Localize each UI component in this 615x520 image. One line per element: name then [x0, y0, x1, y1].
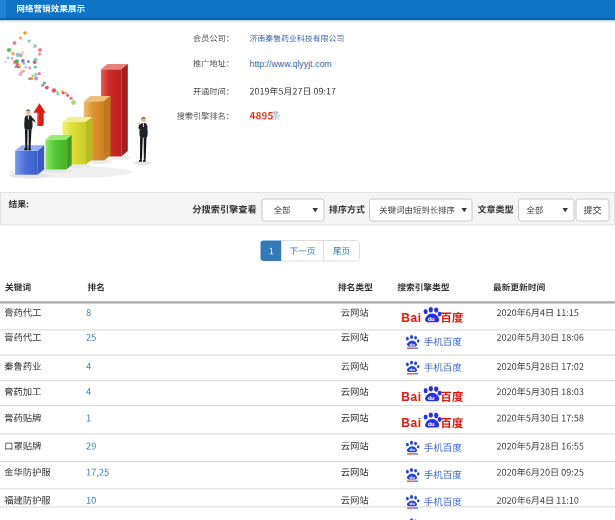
svg-text:http://www.qlyyjt.com: http://www.qlyyjt.com: [250, 59, 332, 69]
